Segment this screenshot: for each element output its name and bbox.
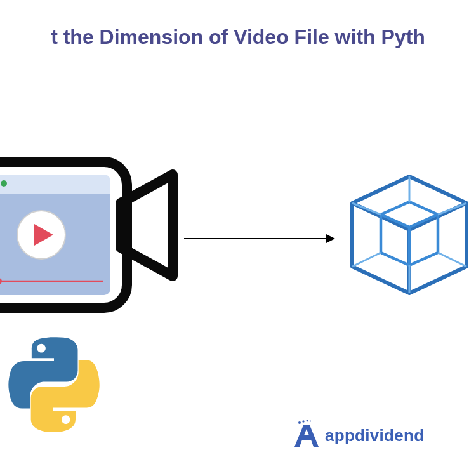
- brand-name: appdividend: [325, 426, 424, 446]
- video-camera-icon: [0, 143, 190, 329]
- svg-line-12: [438, 203, 466, 215]
- wireframe-cube-icon: [336, 165, 476, 307]
- svg-line-13: [352, 253, 381, 267]
- brand-mark-icon: [292, 419, 322, 452]
- svg-line-14: [438, 253, 466, 267]
- svg-point-18: [302, 420, 304, 422]
- svg-point-20: [310, 420, 311, 421]
- python-logo-icon: [6, 336, 102, 434]
- svg-point-19: [307, 420, 308, 422]
- brand-footer: appdividend: [292, 419, 424, 452]
- svg-line-11: [352, 203, 381, 215]
- svg-rect-3: [0, 186, 110, 194]
- svg-point-17: [298, 421, 301, 424]
- diagram-stage: appdividend: [0, 0, 476, 476]
- arrow-icon: [184, 232, 336, 248]
- svg-point-6: [1, 180, 7, 187]
